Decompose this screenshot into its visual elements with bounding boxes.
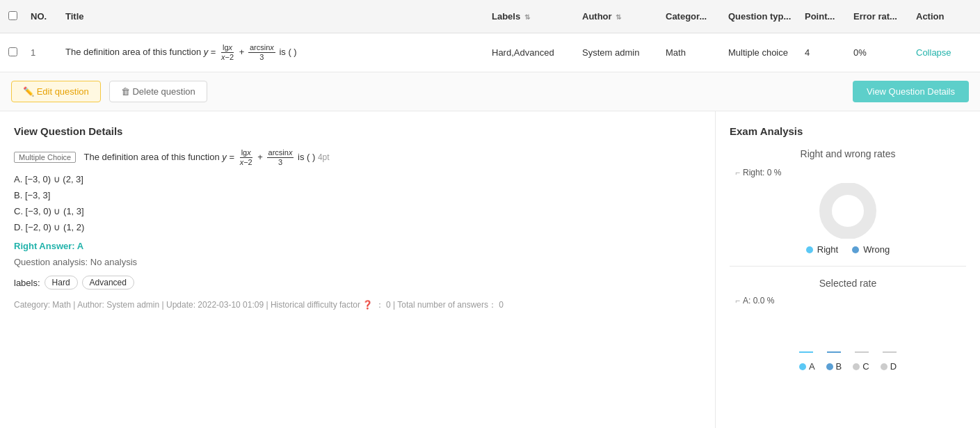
row-checkbox-col <box>8 47 31 58</box>
main-content: View Question Details Multiple Choice Th… <box>0 111 980 428</box>
label-tag-advanced: Advanced <box>82 276 134 290</box>
row-error-rate: 0% <box>853 47 916 58</box>
bar-legend-dot-a <box>799 363 806 370</box>
bar-legend-dot-b <box>826 363 833 370</box>
label-tag-hard: Hard <box>45 276 78 290</box>
bar-legend-dot-d <box>881 363 887 370</box>
delete-icon: 🗑 <box>121 86 130 97</box>
donut-chart <box>730 183 966 239</box>
header-category-col: Categor... <box>666 11 728 22</box>
bar-legend-dot-c <box>853 363 860 370</box>
table-header: NO. Title Labels ⇅ Author ⇅ Categor... Q… <box>0 0 980 33</box>
delete-question-button[interactable]: 🗑 Delete question <box>109 81 207 102</box>
legend: Right Wrong <box>730 244 966 255</box>
bar-legend-c: C <box>853 361 869 372</box>
header-no-col: NO. <box>31 11 65 22</box>
bar-c <box>855 351 869 353</box>
right-rate-label: Right: 0 % <box>730 168 966 177</box>
options-list: A. [−3, 0) ∪ (2, 3] B. [−3, 3] C. [−3, 0… <box>14 174 701 232</box>
bar-b <box>827 351 841 353</box>
right-panel-title: Exam Analysis <box>730 125 966 137</box>
left-panel: View Question Details Multiple Choice Th… <box>0 111 716 428</box>
collapse-link[interactable]: Collapse <box>916 47 951 58</box>
bar-legend-d: D <box>881 361 897 372</box>
view-question-details-button[interactable]: View Question Details <box>853 81 969 102</box>
row-action[interactable]: Collapse <box>916 47 972 58</box>
labels-row: labels: Hard Advanced <box>14 276 701 290</box>
edit-question-button[interactable]: ✏️ Edit question <box>11 81 101 102</box>
option-a: A. [−3, 0) ∪ (2, 3] <box>14 174 701 184</box>
svg-point-0 <box>826 189 870 233</box>
right-answer: Right Answer: A <box>14 241 701 251</box>
legend-right: Right <box>806 244 838 255</box>
analysis-text: Question analysis: No analysis <box>14 257 701 267</box>
divider <box>730 266 966 267</box>
row-labels: Hard,Advanced <box>492 47 582 58</box>
header-qtype-col: Question typ... <box>728 11 805 22</box>
row-points: 4 <box>805 47 853 58</box>
right-panel: Exam Analysis Right and wrong rates Righ… <box>716 111 980 428</box>
legend-right-dot <box>806 246 813 253</box>
bar-legend-a: A <box>799 361 815 372</box>
rates-section-title: Right and wrong rates <box>730 148 966 159</box>
bar-chart-legend: A B C D <box>730 361 966 372</box>
header-checkbox-col <box>8 11 31 22</box>
row-category: Math <box>666 47 728 58</box>
bar-chart <box>730 311 966 353</box>
header-points-col: Point... <box>805 11 853 22</box>
question-points: 4pt <box>318 152 330 162</box>
option-c: C. [−3, 0) ∪ (1, 3] <box>14 206 701 216</box>
labels-sort-icon[interactable]: ⇅ <box>524 13 530 21</box>
donut-svg <box>806 183 890 239</box>
meta-row: Category: Math | Author: System admin | … <box>14 299 701 311</box>
row-checkbox[interactable] <box>8 47 17 56</box>
header-labels-col: Labels ⇅ <box>492 11 582 22</box>
row-author: System admin <box>582 47 666 58</box>
selected-rate-label: A: 0.0 % <box>730 296 966 306</box>
edit-icon: ✏️ <box>23 86 34 97</box>
header-error-col: Error rat... <box>853 11 916 22</box>
header-title-col: Title <box>65 11 492 22</box>
row-title: The definition area of this function y =… <box>65 43 492 62</box>
action-bar: ✏️ Edit question 🗑 Delete question View … <box>0 72 980 111</box>
header-author-col: Author ⇅ <box>582 11 666 22</box>
bar-d <box>883 351 897 353</box>
selected-rate-title: Selected rate <box>730 278 966 289</box>
row-no: 1 <box>31 47 65 58</box>
header-action-col: Action <box>916 11 972 22</box>
row-qtype: Multiple choice <box>728 47 805 58</box>
bar-legend-b: B <box>826 361 842 372</box>
select-all-checkbox[interactable] <box>8 11 17 20</box>
table-row: 1 The definition area of this function y… <box>0 33 980 72</box>
author-sort-icon[interactable]: ⇅ <box>616 13 621 21</box>
legend-wrong-dot <box>852 246 859 253</box>
option-d: D. [−2, 0) ∪ (1, 2) <box>14 222 701 232</box>
option-b: B. [−3, 3] <box>14 190 701 200</box>
bar-a <box>799 351 813 353</box>
question-text: Multiple Choice The definition area of t… <box>14 148 701 167</box>
question-type-badge: Multiple Choice <box>14 152 76 163</box>
legend-wrong: Wrong <box>852 244 890 255</box>
left-panel-title: View Question Details <box>14 125 701 137</box>
